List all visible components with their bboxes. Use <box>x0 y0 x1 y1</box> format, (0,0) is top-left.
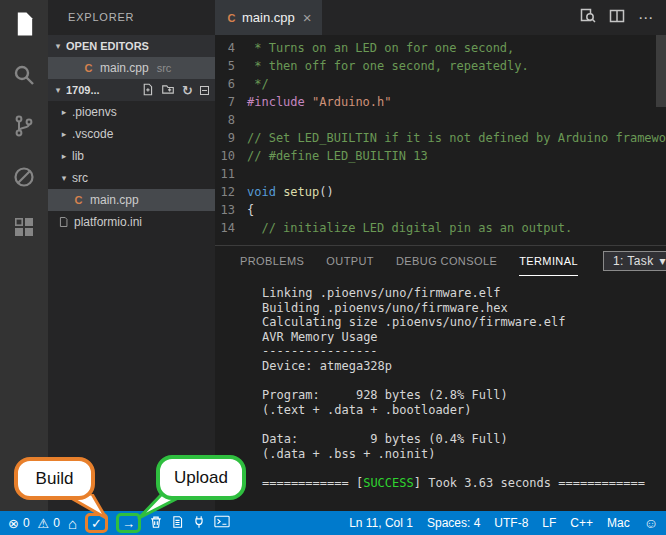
tree-item-label: .pioenvs <box>72 105 117 119</box>
activity-bar <box>0 0 48 511</box>
main-area: EXPLORER ▾ OPEN EDITORS C main.cpp src ▾… <box>0 0 666 511</box>
annotation-upload-bubble: Upload <box>156 455 246 500</box>
tree-item-platformio-ini[interactable]: platformio.ini <box>48 211 215 233</box>
extensions-icon <box>12 216 36 244</box>
terminal-line <box>262 417 666 432</box>
terminal-line: ============ [SUCCESS] Took 3.63 seconds… <box>262 476 666 491</box>
terminal-line: Linking .pioenvs/uno/firmware.elf <box>262 286 666 301</box>
activity-item-search[interactable] <box>0 51 48 102</box>
search-icon <box>12 63 36 91</box>
vscode-window: EXPLORER ▾ OPEN EDITORS C main.cpp src ▾… <box>0 0 666 535</box>
tab-output[interactable]: OUTPUT <box>326 246 374 276</box>
line-number: 6 <box>215 75 235 93</box>
chevron-down-icon: ▾ <box>660 254 666 268</box>
cpp-file-icon: C <box>72 194 85 206</box>
line-number: 11 <box>215 165 235 183</box>
code-text: { <box>247 201 254 219</box>
tab-problems[interactable]: PROBLEMS <box>240 246 304 276</box>
line-number: 12 <box>215 183 235 201</box>
close-icon[interactable]: × <box>303 9 312 26</box>
workspace-label: 1709... <box>66 84 100 96</box>
tab-terminal[interactable]: TERMINAL <box>519 246 578 276</box>
code-text: #include "Arduino.h" <box>247 93 392 111</box>
cpp-file-icon: C <box>225 12 238 24</box>
eol-mode[interactable]: LF <box>542 516 556 530</box>
annotation-upload-label: Upload <box>174 468 228 488</box>
chevron-right-icon: ▸ <box>58 129 70 139</box>
chevron-right-icon: ▸ <box>58 107 70 117</box>
sidebar-explorer: EXPLORER ▾ OPEN EDITORS C main.cpp src ▾… <box>48 0 215 511</box>
code-line: 5 * then off for one second, repeatedly. <box>215 57 666 75</box>
refresh-icon[interactable]: ↻ <box>182 84 193 97</box>
code-editor[interactable]: 4 * Turns on an LED on for one second, 5… <box>215 35 666 245</box>
terminal-selector-label: 1: Task <box>613 254 654 268</box>
tree-item-lib[interactable]: ▸ lib <box>48 145 215 167</box>
terminal-line: Building .pioenvs/uno/firmware.hex <box>262 301 666 316</box>
activity-item-debug[interactable] <box>0 153 48 204</box>
tab-label: main.cpp <box>242 10 295 25</box>
code-text: // Set LED_BUILTIN if it is not defined … <box>247 129 666 147</box>
open-editor-file-label: main.cpp <box>100 61 149 75</box>
pio-terminal-button[interactable] <box>214 515 230 531</box>
code-text: // #define LED_BUILTIN 13 <box>247 147 428 165</box>
workspace-header[interactable]: ▾ 1709... ↻ <box>48 79 215 101</box>
code-text: // initialize LED digital pin as an outp… <box>247 219 572 237</box>
encoding[interactable]: UTF-8 <box>494 516 528 530</box>
line-number: 4 <box>215 39 235 57</box>
terminal-line: (.data + .bss + .noinit) <box>262 447 666 462</box>
panel-tab-bar: PROBLEMS OUTPUT DEBUG CONSOLE TERMINAL 1… <box>215 246 666 276</box>
tree-item-vscode[interactable]: ▸ .vscode <box>48 123 215 145</box>
error-icon: ⊗ <box>8 517 19 530</box>
indentation[interactable]: Spaces: 4 <box>427 516 480 530</box>
error-count: 0 <box>23 516 30 530</box>
code-text: * then off for one second, repeatedly. <box>247 57 529 75</box>
chevron-down-icon: ▾ <box>52 41 64 51</box>
terminal-line <box>262 374 666 389</box>
tree-item-pioenvs[interactable]: ▸ .pioenvs <box>48 101 215 123</box>
split-editor-icon[interactable] <box>609 8 625 28</box>
terminal-line: Program: 928 bytes (2.8% Full) <box>262 388 666 403</box>
git-branch-icon <box>12 114 36 142</box>
collapse-all-icon[interactable] <box>200 86 209 95</box>
more-actions-icon[interactable]: ⋯ <box>638 9 654 27</box>
activity-item-explorer[interactable] <box>0 0 48 51</box>
activity-item-extensions[interactable] <box>0 204 48 255</box>
cursor-position[interactable]: Ln 11, Col 1 <box>349 516 413 530</box>
code-line: 11 <box>215 165 666 183</box>
new-file-icon[interactable] <box>141 83 154 98</box>
chevron-down-icon: ▾ <box>52 85 64 95</box>
code-line: 9// Set LED_BUILTIN if it is not defined… <box>215 129 666 147</box>
editor-scrollbar[interactable] <box>656 35 666 107</box>
open-editor-detail: src <box>157 62 172 74</box>
code-line: 4 * Turns on an LED on for one second, <box>215 39 666 57</box>
tab-debug-console[interactable]: DEBUG CONSOLE <box>396 246 497 276</box>
tree-item-main-cpp[interactable]: C main.cpp <box>48 189 215 211</box>
line-number: 13 <box>215 201 235 219</box>
open-editors-header[interactable]: ▾ OPEN EDITORS <box>48 35 215 57</box>
code-line: 6 */ <box>215 75 666 93</box>
open-preview-icon[interactable] <box>580 8 596 28</box>
file-tree: ▸ .pioenvs ▸ .vscode ▸ lib ▾ src C mai <box>48 101 215 233</box>
new-folder-icon[interactable] <box>161 83 175 98</box>
line-number: 10 <box>215 147 235 165</box>
terminal-line: ---------------- <box>262 344 666 359</box>
line-number: 14 <box>215 219 235 237</box>
tab-actions: ⋯ <box>580 0 666 35</box>
terminal-output[interactable]: Linking .pioenvs/uno/firmware.elf Buildi… <box>215 276 666 490</box>
line-number: 9 <box>215 129 235 147</box>
terminal-line: AVR Memory Usage <box>262 330 666 345</box>
tree-item-label: platformio.ini <box>74 215 142 229</box>
code-text: void setup() <box>247 183 334 201</box>
activity-item-source-control[interactable] <box>0 102 48 153</box>
language-mode[interactable]: C++ <box>570 516 593 530</box>
terminal-line <box>262 461 666 476</box>
tree-item-src[interactable]: ▾ src <box>48 167 215 189</box>
tab-main-cpp[interactable]: C main.cpp × <box>215 0 322 35</box>
error-indicator[interactable]: ⊗0 <box>8 516 30 530</box>
platform-label[interactable]: Mac <box>607 516 630 530</box>
feedback-smiley-icon[interactable]: ☺ <box>644 517 658 530</box>
open-editor-item-main-cpp[interactable]: C main.cpp src <box>48 57 215 79</box>
terminal-selector-dropdown[interactable]: 1: Task ▾ <box>603 251 666 271</box>
code-line: 7#include "Arduino.h" <box>215 93 666 111</box>
code-line: 13{ <box>215 201 666 219</box>
